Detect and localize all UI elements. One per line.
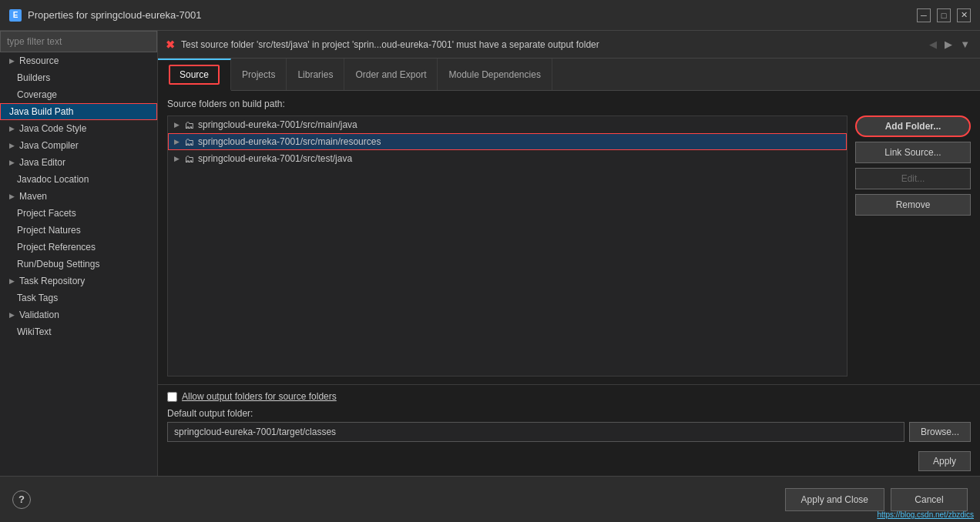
allow-output-label[interactable]: Allow output folders for source folders: [182, 391, 337, 402]
sidebar-item-project-natures[interactable]: Project Natures: [0, 222, 157, 239]
file-tree: ▶ 🗂 springcloud-eureka-7001/src/main/jav…: [167, 115, 847, 376]
tab-bar: SourceProjectsLibrariesOrder and ExportM…: [158, 59, 980, 91]
browse-button[interactable]: Browse...: [909, 422, 971, 442]
title-bar-left: E Properties for springcloud-eureka-7001: [9, 9, 201, 22]
window-title: Properties for springcloud-eureka-7001: [28, 9, 201, 21]
bottom-section: Allow output folders for source folders …: [158, 384, 980, 448]
footer: ? Apply and Close Cancel: [0, 476, 980, 522]
tree-item-src-main-java[interactable]: ▶ 🗂 springcloud-eureka-7001/src/main/jav…: [168, 116, 847, 133]
folder-icon: 🗂: [183, 119, 195, 130]
maximize-button[interactable]: □: [937, 8, 951, 22]
sidebar-item-wikitext[interactable]: WikiText: [0, 323, 157, 340]
title-bar: E Properties for springcloud-eureka-7001…: [0, 0, 980, 31]
nav-forward-arrow[interactable]: ▶: [942, 38, 955, 51]
dialog-body: ResourceBuildersCoverageJava Build PathJ…: [0, 31, 980, 476]
tree-expand-arrow: ▶: [174, 155, 180, 162]
tab-libraries[interactable]: Libraries: [287, 59, 344, 90]
output-folder-input[interactable]: [167, 422, 904, 442]
output-folder-label: Default output folder:: [167, 408, 971, 419]
cancel-button[interactable]: Cancel: [891, 488, 968, 511]
sidebar-item-resource[interactable]: Resource: [0, 52, 157, 69]
output-folder-row: Browse...: [167, 422, 971, 442]
nav-back-arrow[interactable]: ◀: [927, 38, 939, 51]
footer-left: ?: [12, 490, 31, 509]
tree-item-label: springcloud-eureka-7001/src/main/java: [198, 119, 357, 130]
apply-row: Apply: [158, 448, 980, 476]
folder-icon: 🗂: [183, 153, 195, 164]
sidebar-item-java-compiler[interactable]: Java Compiler: [0, 137, 157, 154]
title-controls: ─ □ ✕: [917, 8, 971, 22]
sidebar: ResourceBuildersCoverageJava Build PathJ…: [0, 31, 158, 476]
sidebar-item-project-facets[interactable]: Project Facets: [0, 205, 157, 222]
tree-expand-arrow: ▶: [174, 138, 180, 146]
link-source-button[interactable]: Link Source...: [855, 142, 971, 163]
sidebar-item-task-repository[interactable]: Task Repository: [0, 273, 157, 289]
tree-item-label: springcloud-eureka-7001/src/main/resourc…: [198, 136, 381, 147]
edit-button[interactable]: Edit...: [855, 168, 971, 189]
sidebar-item-project-references[interactable]: Project References: [0, 239, 157, 256]
app-icon: E: [9, 9, 22, 22]
folder-icon: 🗂: [183, 136, 195, 147]
filter-input[interactable]: [0, 31, 157, 52]
close-button[interactable]: ✕: [957, 8, 971, 22]
help-button[interactable]: ?: [12, 490, 31, 509]
sidebar-item-java-build-path[interactable]: Java Build Path: [0, 103, 157, 120]
minimize-button[interactable]: ─: [917, 8, 931, 22]
footer-right: Apply and Close Cancel: [785, 488, 968, 511]
content-area: ✖ Test source folder 'src/test/java' in …: [158, 31, 980, 476]
nav-arrows: ◀ ▶ ▼: [927, 38, 972, 51]
tab-source[interactable]: Source: [158, 59, 231, 91]
file-tree-container: ▶ 🗂 springcloud-eureka-7001/src/main/jav…: [167, 115, 971, 376]
error-icon: ✖: [166, 38, 175, 51]
sidebar-item-maven[interactable]: Maven: [0, 188, 157, 205]
buttons-panel: Add Folder... Link Source... Edit... Rem…: [855, 115, 971, 376]
add-folder-button[interactable]: Add Folder...: [855, 115, 971, 137]
tab-order-export[interactable]: Order and Export: [344, 59, 438, 90]
tab-projects[interactable]: Projects: [231, 59, 287, 90]
tab-module-dependencies[interactable]: Module Dependencies: [438, 59, 552, 90]
sidebar-item-java-code-style[interactable]: Java Code Style: [0, 120, 157, 137]
remove-button[interactable]: Remove: [855, 194, 971, 216]
sidebar-item-task-tags[interactable]: Task Tags: [0, 289, 157, 306]
nav-menu-arrow[interactable]: ▼: [958, 38, 972, 51]
apply-and-close-button[interactable]: Apply and Close: [785, 488, 884, 511]
sidebar-item-javadoc-location[interactable]: Javadoc Location: [0, 171, 157, 188]
tree-expand-arrow: ▶: [174, 121, 180, 129]
tree-item-src-test-java[interactable]: ▶ 🗂 springcloud-eureka-7001/src/test/jav…: [168, 150, 847, 167]
apply-button[interactable]: Apply: [918, 451, 971, 471]
source-folders-label: Source folders on build path:: [167, 99, 971, 109]
sidebar-item-coverage[interactable]: Coverage: [0, 86, 157, 103]
watermark: https://blog.csdn.net/zbzdics: [877, 510, 974, 519]
sidebar-item-run-debug-settings[interactable]: Run/Debug Settings: [0, 256, 157, 273]
sidebar-item-builders[interactable]: Builders: [0, 69, 157, 86]
error-banner: ✖ Test source folder 'src/test/java' in …: [158, 31, 980, 59]
sidebar-item-validation[interactable]: Validation: [0, 306, 157, 323]
main-panel: Source folders on build path: ▶ 🗂 spring…: [158, 91, 980, 384]
sidebar-items-container: ResourceBuildersCoverageJava Build PathJ…: [0, 52, 157, 340]
tree-item-src-main-resources[interactable]: ▶ 🗂 springcloud-eureka-7001/src/main/res…: [168, 133, 847, 150]
sidebar-item-java-editor[interactable]: Java Editor: [0, 154, 157, 171]
checkbox-row: Allow output folders for source folders: [167, 391, 971, 402]
tree-item-label: springcloud-eureka-7001/src/test/java: [198, 153, 352, 164]
allow-output-checkbox[interactable]: [167, 392, 177, 402]
error-message: Test source folder 'src/test/java' in pr…: [181, 39, 921, 50]
